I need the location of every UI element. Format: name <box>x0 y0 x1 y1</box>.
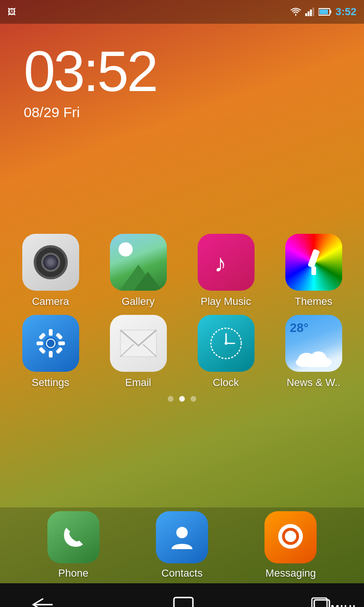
photo-icon: 🖼 <box>8 7 16 17</box>
svg-rect-6 <box>319 9 328 14</box>
page-dot-0[interactable] <box>168 396 173 402</box>
svg-rect-12 <box>49 351 53 358</box>
envelope-icon <box>119 329 157 358</box>
svg-point-30 <box>311 351 326 364</box>
svg-rect-11 <box>49 329 53 336</box>
camera-label: Camera <box>32 295 69 308</box>
app-grid-area: Camera Gallery ♪ <box>0 135 364 507</box>
music-note-icon: ♪ <box>209 246 243 279</box>
music-label: Play Music <box>200 295 251 308</box>
clock-icon <box>198 315 255 372</box>
app-clock[interactable]: Clock <box>189 315 263 389</box>
page-dot-2[interactable] <box>191 396 196 402</box>
main-content: 03:52 08/29 Fri Camera <box>0 24 364 583</box>
wifi-icon <box>290 8 301 16</box>
phone-icon <box>47 511 100 563</box>
status-time: 3:52 <box>336 6 356 18</box>
settings-icon <box>22 315 79 372</box>
news-icon: 28° <box>285 315 342 372</box>
app-news[interactable]: 28° News & W.. <box>277 315 350 389</box>
settings-label: Settings <box>32 377 70 389</box>
svg-rect-2 <box>310 9 312 16</box>
svg-rect-9 <box>311 267 316 275</box>
cloud-icon <box>292 348 335 367</box>
chat-bubble-icon <box>275 522 306 553</box>
app-email[interactable]: Email <box>101 315 175 389</box>
svg-rect-15 <box>38 332 46 340</box>
phone-label: Phone <box>58 567 89 579</box>
gear-icon <box>34 327 67 360</box>
messaging-label: Messaging <box>265 567 316 579</box>
app-themes[interactable]: Themes <box>277 234 350 308</box>
status-bar-right: 3:52 <box>290 6 356 18</box>
dock: Phone Contacts Messaging <box>0 507 364 583</box>
svg-rect-5 <box>330 10 331 13</box>
svg-rect-0 <box>305 13 307 16</box>
svg-rect-1 <box>308 11 309 16</box>
svg-rect-35 <box>174 598 193 607</box>
email-label: Email <box>125 377 151 389</box>
app-gallery[interactable]: Gallery <box>101 234 175 308</box>
camera-icon <box>22 234 79 291</box>
phone-handset-icon <box>59 523 88 552</box>
svg-rect-16 <box>55 332 63 340</box>
camera-lens <box>41 253 60 272</box>
themes-icon <box>285 234 342 291</box>
app-camera[interactable]: Camera <box>14 234 87 308</box>
time-display: 03:52 <box>24 43 340 100</box>
app-row-1: Camera Gallery ♪ <box>9 234 355 308</box>
svg-rect-14 <box>58 341 65 345</box>
dock-contacts[interactable]: Contacts <box>156 511 208 579</box>
gallery-sun <box>118 242 133 257</box>
battery-icon <box>318 8 332 16</box>
gallery-icon <box>110 234 167 291</box>
email-icon <box>110 315 167 372</box>
time-widget: 03:52 08/29 Fri <box>0 24 364 135</box>
gallery-mountain2 <box>134 272 162 291</box>
date-display: 08/29 Fri <box>24 104 340 120</box>
app-settings[interactable]: Settings <box>14 315 87 389</box>
app-row-2: Settings Email <box>9 315 355 389</box>
contacts-icon <box>156 511 208 563</box>
page-dot-1[interactable] <box>179 396 185 402</box>
svg-rect-3 <box>312 8 314 16</box>
page-indicators <box>168 389 196 409</box>
status-bar-left: 🖼 <box>8 7 16 17</box>
messaging-icon <box>264 511 317 563</box>
miui-brand: MIUI en.miui.com <box>323 603 356 607</box>
svg-rect-17 <box>38 347 46 354</box>
svg-rect-18 <box>55 347 63 354</box>
app-rows: Camera Gallery ♪ <box>9 234 355 389</box>
back-button[interactable] <box>28 595 57 607</box>
svg-text:♪: ♪ <box>214 249 227 277</box>
contacts-label: Contacts <box>162 567 203 579</box>
svg-point-34 <box>285 531 296 542</box>
themes-label: Themes <box>295 295 332 308</box>
dock-messaging[interactable]: Messaging <box>264 511 317 579</box>
clock-label: Clock <box>213 377 239 389</box>
home-button[interactable] <box>172 595 195 607</box>
svg-point-20 <box>47 340 55 347</box>
nav-bar: MIUI en.miui.com <box>0 583 364 607</box>
signal-icon <box>305 8 315 16</box>
status-bar: 🖼 3:52 <box>0 0 364 24</box>
person-icon <box>168 523 196 552</box>
svg-point-31 <box>176 527 188 538</box>
dock-phone[interactable]: Phone <box>47 511 100 579</box>
music-icon: ♪ <box>198 234 255 291</box>
svg-rect-13 <box>36 341 43 345</box>
clock-face-icon <box>207 324 245 362</box>
news-temp: 28° <box>290 321 309 335</box>
gallery-label: Gallery <box>122 295 155 308</box>
svg-rect-8 <box>307 248 319 267</box>
news-label: News & W.. <box>287 377 341 389</box>
app-playmusic[interactable]: ♪ Play Music <box>189 234 263 308</box>
brush-icon <box>297 246 330 279</box>
camera-lens-ring <box>34 245 68 279</box>
